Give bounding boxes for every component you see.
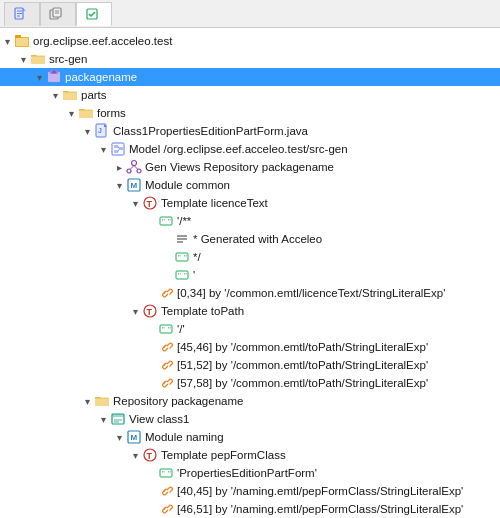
generated-files-icon xyxy=(13,7,27,21)
tree-item-label: Repository packagename xyxy=(113,395,243,407)
collapse-icon[interactable]: ▾ xyxy=(64,106,78,120)
tree-item-5[interactable]: ▾ forms xyxy=(0,104,500,122)
tree-item-14[interactable]: " " ' xyxy=(0,266,500,284)
tree-item-17[interactable]: " " '/' xyxy=(0,320,500,338)
string-icon: " " xyxy=(158,465,174,481)
template-icon: T xyxy=(142,195,158,211)
tree-item-label: 'PropertiesEditionPartForm' xyxy=(177,467,317,479)
tree-item-20[interactable]: [57,58] by '/common.emtl/toPath/StringLi… xyxy=(0,374,500,392)
tree-item-4[interactable]: ▾ parts xyxy=(0,86,500,104)
svg-line-25 xyxy=(118,150,119,152)
tree-item-21[interactable]: ▾ Repository packagename xyxy=(0,392,500,410)
tree-item-label: Module naming xyxy=(145,431,224,443)
tree-item-2[interactable]: ▾ src-gen xyxy=(0,50,500,68)
tree-item-label: */ xyxy=(193,251,201,263)
svg-line-30 xyxy=(134,166,138,170)
tree-item-label: [46,51] by '/naming.emtl/pepFormClass/St… xyxy=(177,503,463,515)
tree-item-25[interactable]: " " 'PropertiesEditionPartForm' xyxy=(0,464,500,482)
tree-item-label: Model /org.eclipse.eef.acceleo.test/src-… xyxy=(129,143,348,155)
tree-item-label: [45,46] by '/common.emtl/toPath/StringLi… xyxy=(177,341,428,353)
collapse-icon[interactable]: ▾ xyxy=(32,70,46,84)
tree-item-label: Class1PropertiesEditionPartForm.java xyxy=(113,125,308,137)
svg-line-29 xyxy=(131,166,135,170)
collapse-icon[interactable]: ▾ xyxy=(80,124,94,138)
expand-icon[interactable]: ▸ xyxy=(112,160,126,174)
tab-result[interactable] xyxy=(76,2,112,26)
tree-item-label: Template licenceText xyxy=(161,197,268,209)
svg-point-28 xyxy=(137,169,141,173)
tree-item-11[interactable]: " " '/** xyxy=(0,212,500,230)
tree-item-label: * Generated with Acceleo xyxy=(193,233,322,245)
folder-icon xyxy=(62,87,78,103)
repo-icon xyxy=(126,159,142,175)
collapse-icon[interactable]: ▾ xyxy=(128,196,142,210)
collapse-icon[interactable]: ▾ xyxy=(96,142,110,156)
svg-text:": " xyxy=(178,253,181,262)
string-icon: " " xyxy=(174,267,190,283)
tree-item-18[interactable]: [45,46] by '/common.emtl/toPath/StringLi… xyxy=(0,338,500,356)
tree-item-label: [57,58] by '/common.emtl/toPath/StringLi… xyxy=(177,377,428,389)
string-icon: " " xyxy=(158,213,174,229)
collapse-icon[interactable]: ▾ xyxy=(48,88,62,102)
tree-view[interactable]: ▾ org.eclipse.eef.acceleo.test ▾ src-gen… xyxy=(0,28,500,518)
tree-item-label: packagename xyxy=(65,71,137,83)
svg-line-24 xyxy=(118,147,119,149)
module-icon: M xyxy=(126,177,142,193)
collapse-icon[interactable]: ▾ xyxy=(112,430,126,444)
java-icon: J xyxy=(94,123,110,139)
collapse-icon[interactable]: ▾ xyxy=(16,52,30,66)
svg-rect-11 xyxy=(15,35,21,38)
text-icon xyxy=(174,231,190,247)
svg-text:": " xyxy=(162,469,165,478)
tree-item-1[interactable]: ▾ org.eclipse.eef.acceleo.test xyxy=(0,32,500,50)
template-icon: T xyxy=(142,303,158,319)
view-icon xyxy=(110,411,126,427)
collapse-icon[interactable]: ▾ xyxy=(128,448,142,462)
tree-item-24[interactable]: ▾ T Template pepFormClass xyxy=(0,446,500,464)
tree-item-10[interactable]: ▾ T Template licenceText xyxy=(0,194,500,212)
svg-point-26 xyxy=(132,161,137,166)
link-icon xyxy=(158,285,174,301)
collapse-icon[interactable]: ▾ xyxy=(80,394,94,408)
collapse-icon[interactable]: ▾ xyxy=(112,178,126,192)
tree-item-label: '/** xyxy=(177,215,191,227)
collapse-icon[interactable]: ▾ xyxy=(96,412,110,426)
string-icon: " " xyxy=(174,249,190,265)
svg-text:": " xyxy=(168,469,171,478)
svg-point-27 xyxy=(127,169,131,173)
svg-text:": " xyxy=(184,253,187,262)
tree-item-3[interactable]: ▾ packagename xyxy=(0,68,500,86)
collapse-icon[interactable]: ▾ xyxy=(0,34,14,48)
svg-text:T: T xyxy=(147,199,153,209)
tree-item-27[interactable]: [46,51] by '/naming.emtl/pepFormClass/St… xyxy=(0,500,500,518)
svg-text:": " xyxy=(162,217,165,226)
package-icon xyxy=(46,69,62,85)
tree-item-22[interactable]: ▾ View class1 xyxy=(0,410,500,428)
template-icon: T xyxy=(142,447,158,463)
svg-text:": " xyxy=(168,325,171,334)
tree-item-19[interactable]: [51,52] by '/common.emtl/toPath/StringLi… xyxy=(0,356,500,374)
tree-item-13[interactable]: " " */ xyxy=(0,248,500,266)
result-icon xyxy=(85,7,99,21)
tree-item-label: View class1 xyxy=(129,413,190,425)
tree-item-12[interactable]: * Generated with Acceleo xyxy=(0,230,500,248)
model-icon xyxy=(110,141,126,157)
link-icon xyxy=(158,483,174,499)
svg-text:J: J xyxy=(98,127,102,134)
tree-item-7[interactable]: ▾ Model /org.eclipse.eef.acceleo.test/sr… xyxy=(0,140,500,158)
tree-item-label: Gen Views Repository packagename xyxy=(145,161,334,173)
tree-item-6[interactable]: ▾ J Class1PropertiesEditionPartForm.java xyxy=(0,122,500,140)
tree-item-label: parts xyxy=(81,89,107,101)
tab-overrides[interactable] xyxy=(40,2,76,26)
tree-item-23[interactable]: ▾ M Module naming xyxy=(0,428,500,446)
tree-item-15[interactable]: [0,34] by '/common.emtl/licenceText/Stri… xyxy=(0,284,500,302)
tab-generated-files[interactable] xyxy=(4,2,40,26)
tree-item-16[interactable]: ▾ T Template toPath xyxy=(0,302,500,320)
collapse-icon[interactable]: ▾ xyxy=(128,304,142,318)
svg-text:T: T xyxy=(147,451,153,461)
tree-item-26[interactable]: [40,45] by '/naming.emtl/pepFormClass/St… xyxy=(0,482,500,500)
tree-item-9[interactable]: ▾ M Module common xyxy=(0,176,500,194)
svg-text:": " xyxy=(162,325,165,334)
tree-item-8[interactable]: ▸ Gen Views Repository packagename xyxy=(0,158,500,176)
tree-item-label: [40,45] by '/naming.emtl/pepFormClass/St… xyxy=(177,485,463,497)
